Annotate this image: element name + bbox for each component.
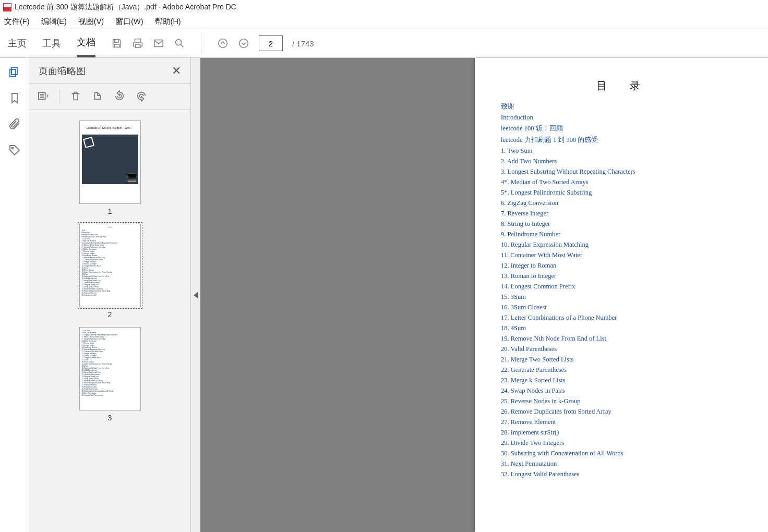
toc-item[interactable]: 27. Remove Element — [501, 418, 742, 426]
doc-heading: 目 录 — [501, 79, 742, 93]
menu-file[interactable]: 文件(F) — [4, 17, 30, 27]
document-view[interactable]: 目 录 致谢Introductionleetcode 100 斩！回顾leetc… — [200, 58, 768, 532]
search-icon[interactable] — [174, 38, 185, 49]
toc-list: 致谢Introductionleetcode 100 斩！回顾leetcode … — [501, 102, 742, 478]
toc-item[interactable]: 32. Longest Valid Parentheses — [501, 470, 742, 478]
page-down-icon[interactable] — [238, 38, 249, 49]
toc-item[interactable]: 22. Generate Parentheses — [501, 366, 742, 374]
menu-window[interactable]: 窗口(W) — [115, 17, 143, 27]
toc-item[interactable]: 15. 3Sum — [501, 293, 742, 301]
svg-point-3 — [239, 39, 248, 48]
svg-point-2 — [219, 39, 227, 48]
left-rail — [0, 58, 29, 532]
toc-item[interactable]: 6. ZigZag Conversion — [501, 199, 742, 207]
toc-item[interactable]: 31. Next Permutation — [501, 460, 742, 468]
toc-item[interactable]: 26. Remove Duplicates from Sorted Array — [501, 408, 742, 416]
pdf-file-icon — [3, 3, 11, 11]
save-icon[interactable] — [111, 38, 123, 49]
toc-item[interactable]: 21. Merge Two Sorted Lists — [501, 356, 742, 364]
options-menu-icon[interactable] — [37, 90, 49, 104]
toc-item[interactable]: 2. Add Two Numbers — [501, 158, 742, 165]
thumb3-mini-toc: 1. Two Sum2. Add Two Numbers3. Longest S… — [82, 330, 138, 396]
thumb-label-1: 1 — [108, 207, 112, 215]
thumb-label-2: 2 — [108, 310, 112, 319]
thumb1-title: Leetcode 前 300 题算法题解析（Java） — [82, 123, 138, 132]
menu-bar: 文件(F) 编辑(E) 视图(V) 窗口(W) 帮助(H) — [0, 15, 768, 29]
toc-item[interactable]: 5*. Longest Palindromic Substring — [501, 189, 742, 197]
mail-icon[interactable] — [153, 38, 164, 49]
thumb-toolbar-divider — [59, 90, 59, 104]
tool-tabs-row: 主页 工具 文档 / 1743 — [0, 29, 768, 58]
svg-rect-5 — [10, 69, 16, 77]
svg-rect-4 — [11, 67, 17, 75]
toc-item[interactable]: 17. Letter Combinations of a Phone Numbe… — [501, 314, 742, 322]
toc-item[interactable]: 24. Swap Nodes in Pairs — [501, 387, 742, 395]
toc-item[interactable]: 3. Longest Substring Without Repeating C… — [501, 168, 742, 176]
toc-item[interactable]: 29. Divide Two Integers — [501, 439, 742, 447]
tab-home[interactable]: 主页 — [8, 29, 27, 57]
bookmark-icon[interactable] — [8, 91, 21, 105]
toc-item[interactable]: 19. Remove Nth Node From End of List — [501, 335, 742, 343]
thumbnails-icon[interactable] — [8, 65, 21, 79]
toc-item[interactable]: Introduction — [501, 114, 742, 122]
thumbnail-page-3[interactable]: 1. Two Sum2. Add Two Numbers3. Longest S… — [79, 327, 141, 422]
page-number-input[interactable] — [259, 35, 283, 51]
menu-help[interactable]: 帮助(H) — [155, 17, 181, 27]
rotate-cw-icon[interactable] — [136, 90, 147, 104]
svg-point-6 — [11, 148, 13, 149]
toc-item[interactable]: 30. Substring with Concatenation of All … — [501, 450, 742, 457]
toc-item[interactable]: 10. Regular Expression Matching — [501, 241, 742, 249]
page-up-icon[interactable] — [217, 38, 229, 49]
toc-item[interactable]: 28. Implement strStr() — [501, 429, 742, 437]
toc-item[interactable]: 7. Reverse Integer — [501, 210, 742, 217]
chevron-left-icon — [194, 292, 198, 298]
tab-document[interactable]: 文档 — [77, 29, 95, 57]
rotate-ccw-icon[interactable] — [114, 90, 125, 104]
toc-item[interactable]: 11. Container With Most Water — [501, 251, 742, 259]
toc-item[interactable]: 1. Two Sum — [501, 147, 742, 155]
thumbnail-page-1[interactable]: Leetcode 前 300 题算法题解析（Java） 1 — [79, 120, 141, 215]
toc-item[interactable]: 20. Valid Parentheses — [501, 345, 742, 353]
toc-item[interactable]: leetcode 力扣刷题 1 到 300 的感受 — [501, 136, 742, 144]
tag-icon[interactable] — [8, 143, 21, 157]
toc-item[interactable]: 25. Reverse Nodes in k-Group — [501, 397, 742, 405]
thumbnail-page-2[interactable]: 目 录致谢Introductionleetcode 100 斩！回顾leetco… — [79, 224, 141, 319]
toc-item[interactable]: 9. Palindrome Number — [501, 231, 742, 238]
toc-item[interactable]: 12. Integer to Roman — [501, 262, 742, 270]
thumb-label-3: 3 — [108, 414, 112, 422]
insert-page-icon[interactable] — [92, 90, 103, 104]
document-page: 目 录 致谢Introductionleetcode 100 斩！回顾leetc… — [475, 58, 768, 532]
trash-icon[interactable] — [70, 90, 81, 104]
toc-item[interactable]: 8. String to Integer — [501, 220, 742, 228]
toc-item[interactable]: 14. Longest Common Prefix — [501, 283, 742, 291]
toc-item[interactable]: 致谢 — [501, 102, 742, 111]
page-total-label: / 1743 — [292, 39, 314, 48]
toc-item[interactable]: 18. 4Sum — [501, 324, 742, 332]
attachment-icon[interactable] — [8, 117, 21, 131]
toc-item[interactable]: 4*. Median of Two Sorted Arrays — [501, 178, 742, 186]
close-icon[interactable]: ✕ — [172, 64, 181, 78]
menu-view[interactable]: 视图(V) — [78, 17, 104, 27]
toc-item[interactable]: 23. Merge k Sorted Lists — [501, 377, 742, 384]
toc-item[interactable]: 16. 3Sum Closest — [501, 304, 742, 311]
collapse-panel-button[interactable] — [191, 58, 200, 532]
tab-tools[interactable]: 工具 — [42, 29, 61, 57]
print-icon[interactable] — [132, 38, 143, 49]
menu-edit[interactable]: 编辑(E) — [41, 17, 67, 27]
thumb2-mini-toc: 目 录致谢Introductionleetcode 100 斩！回顾leetco… — [82, 226, 138, 296]
toolbar-divider — [201, 33, 201, 54]
thumbnails-list[interactable]: Leetcode 前 300 题算法题解析（Java） 1 目 录致谢Intro… — [29, 110, 190, 532]
window-titlebar: Leetcode 前 300 题算法题解析（Java）.pdf - Adobe … — [0, 0, 768, 15]
thumbnails-toolbar — [29, 84, 190, 110]
window-title: Leetcode 前 300 题算法题解析（Java）.pdf - Adobe … — [15, 3, 236, 12]
svg-point-1 — [176, 40, 182, 45]
toc-item[interactable]: leetcode 100 斩！回顾 — [501, 124, 742, 133]
thumbnails-panel-title: 页面缩略图 — [39, 65, 86, 77]
toc-item[interactable]: 13. Roman to Integer — [501, 272, 742, 280]
thumbnails-panel: 页面缩略图 ✕ Leetcode 前 300 题算法题解析（Java） 1 目 … — [29, 58, 191, 532]
